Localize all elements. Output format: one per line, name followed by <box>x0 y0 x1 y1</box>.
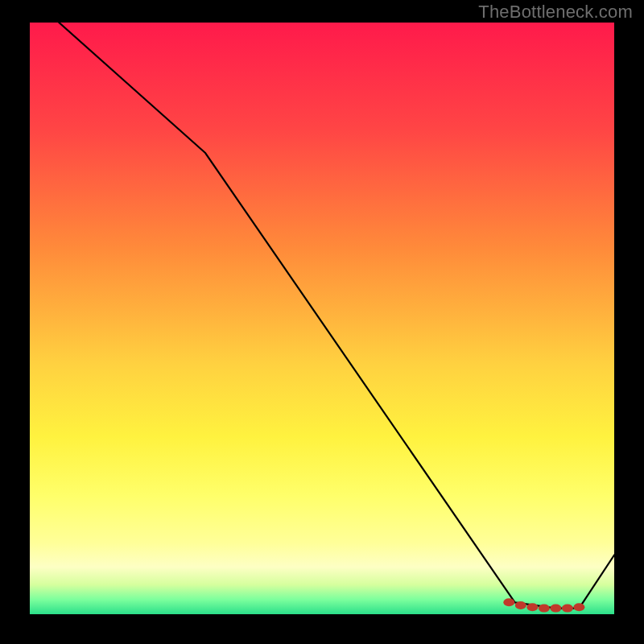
marker-point <box>539 605 550 613</box>
marker-point <box>526 603 538 611</box>
plot-area <box>30 23 614 614</box>
optimal-markers <box>503 598 584 612</box>
marker-point <box>515 601 526 609</box>
marker-point <box>503 598 514 606</box>
chart-frame: TheBottleneck.com <box>0 0 644 644</box>
watermark-text: TheBottleneck.com <box>478 2 633 23</box>
marker-point <box>562 605 573 613</box>
marker-point <box>573 603 584 611</box>
marker-point <box>550 605 561 613</box>
chart-svg <box>30 23 614 614</box>
line-series <box>59 23 614 609</box>
